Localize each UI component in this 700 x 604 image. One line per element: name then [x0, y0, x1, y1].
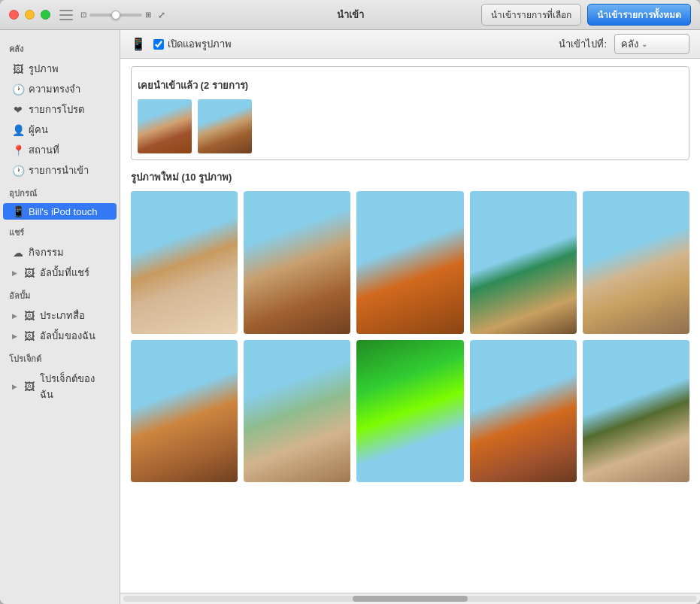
new-photo-1[interactable]: [131, 191, 238, 334]
my-projects-icon: 🖼: [23, 381, 35, 393]
horizontal-scrollbar[interactable]: [120, 593, 700, 604]
zoom-slider[interactable]: [89, 14, 142, 17]
shared-albums-icon: 🖼: [23, 267, 35, 279]
sidebar-item-favorites[interactable]: ❤ รายการโปรต: [3, 99, 117, 120]
zoom-small-icon: ⊡: [80, 11, 86, 19]
sidebar-item-imports[interactable]: 🕐 รายการนำเข้า: [3, 160, 117, 181]
titlebar-controls: ⊡ ⊞ ⤢: [59, 9, 168, 21]
shared-albums-arrow: ▶: [12, 269, 17, 277]
zoom-large-icon: ⊞: [145, 11, 151, 19]
new-photo-4[interactable]: [470, 191, 577, 334]
new-photo-7[interactable]: [244, 340, 350, 483]
sidebar-section-projects: โปรเจ็กต์: [0, 346, 120, 369]
sidebar-section-albums: อัลบั้ม: [0, 283, 120, 305]
sidebar-section-library: คลัง: [0, 36, 120, 59]
sidebar: คลัง 🖼 รูปภาพ 🕐 ความทรงจำ ❤ รายการโปรต 👤…: [0, 30, 120, 604]
new-photo-10[interactable]: [583, 340, 689, 483]
places-icon: 📍: [12, 144, 24, 156]
sidebar-label-ipod: Bill's iPod touch: [29, 206, 97, 217]
import-to-select[interactable]: คลัง ⌄: [614, 34, 689, 54]
main-content: คลัง 🖼 รูปภาพ 🕐 ความทรงจำ ❤ รายการโปรต 👤…: [0, 30, 700, 604]
sidebar-item-photos[interactable]: 🖼 รูปภาพ: [3, 59, 117, 79]
sidebar-label-shared-albums: อัลบั้มที่แชร์: [40, 265, 89, 281]
sidebar-toggle-button[interactable]: [59, 10, 73, 20]
sidebar-label-memories: ความทรงจำ: [29, 81, 80, 97]
sidebar-label-my-albums: อัลบั้มของฉัน: [40, 328, 95, 344]
sidebar-item-shared-albums[interactable]: ▶ 🖼 อัลบั้มที่แชร์: [3, 263, 117, 283]
already-imported-grid: [138, 99, 683, 153]
media-types-arrow: ▶: [12, 312, 17, 320]
new-photo-2[interactable]: [244, 191, 350, 334]
my-projects-arrow: ▶: [12, 383, 17, 390]
new-photo-3[interactable]: [356, 191, 463, 334]
sidebar-item-memories[interactable]: 🕐 ความทรงจำ: [3, 79, 117, 99]
sidebar-label-photos: รูปภาพ: [29, 61, 59, 77]
scrollbar-track: [123, 596, 697, 602]
traffic-lights: [9, 10, 50, 20]
import-to-label: นำเข้าไปที่:: [559, 36, 607, 52]
people-icon: 👤: [12, 124, 24, 136]
sidebar-label-people: ผู้คน: [29, 122, 48, 138]
favorites-icon: ❤: [12, 104, 24, 116]
new-photo-9[interactable]: [470, 340, 577, 483]
import-area: 📱 เปิดแอพรูปภาพ นำเข้าไปที่: คลัง ⌄ เคยน…: [120, 30, 700, 604]
import-selected-button[interactable]: นำเข้ารายการที่เลือก: [481, 4, 581, 26]
close-button[interactable]: [9, 10, 19, 20]
import-to-value: คลัง: [621, 36, 638, 52]
fullscreen-button[interactable]: ⤢: [156, 9, 168, 21]
my-albums-arrow: ▶: [12, 332, 17, 340]
import-all-button[interactable]: นำเข้ารายการทั้งหมด: [587, 4, 691, 26]
import-toolbar: 📱 เปิดแอพรูปภาพ นำเข้าไปที่: คลัง ⌄: [120, 30, 700, 59]
scrollbar-thumb[interactable]: [353, 596, 468, 602]
titlebar-actions: นำเข้ารายการที่เลือก นำเข้ารายการทั้งหมด: [481, 4, 691, 26]
sidebar-item-my-albums[interactable]: ▶ 🖼 อัลบั้มของฉัน: [3, 326, 117, 346]
open-app-checkbox-label[interactable]: เปิดแอพรูปภาพ: [153, 36, 232, 52]
photos-icon: 🖼: [12, 63, 24, 75]
sidebar-label-imports: รายการนำเข้า: [29, 162, 89, 178]
sidebar-section-devices: อุปกรณ์: [0, 181, 120, 203]
new-photos-header: รูปภาพใหม่ (10 รูปภาพ): [131, 169, 689, 185]
sidebar-item-ipod[interactable]: 📱 Bill's iPod touch: [3, 203, 117, 220]
sidebar-item-people[interactable]: 👤 ผู้คน: [3, 120, 117, 140]
open-app-label: เปิดแอพรูปภาพ: [168, 36, 232, 52]
activity-icon: ☁: [12, 247, 24, 259]
sidebar-label-places: สถานที่: [29, 142, 59, 158]
sidebar-item-places[interactable]: 📍 สถานที่: [3, 140, 117, 160]
sidebar-section-share: แชร์: [0, 220, 120, 242]
sidebar-item-my-projects[interactable]: ▶ 🖼 โปรเจ็กต์ของฉัน: [3, 369, 117, 405]
photos-scroll-area[interactable]: เคยนำเข้าแล้ว (2 รายการ) รูปภาพใหม่ (10 …: [120, 59, 700, 593]
my-albums-icon: 🖼: [23, 330, 35, 342]
new-photo-8[interactable]: [356, 340, 463, 483]
main-window: ⊡ ⊞ ⤢ นำเข้า นำเข้ารายการที่เลือก นำเข้า…: [0, 0, 700, 604]
sidebar-label-favorites: รายการโปรต: [29, 102, 84, 117]
already-imported-header: เคยนำเข้าแล้ว (2 รายการ): [138, 77, 683, 93]
sidebar-item-media-types[interactable]: ▶ 🖼 ประเภทสื่อ: [3, 305, 117, 326]
sidebar-item-activity[interactable]: ☁ กิจกรรม: [3, 242, 117, 263]
imports-icon: 🕐: [12, 165, 24, 177]
device-icon: 📱: [131, 37, 146, 51]
select-arrow-icon: ⌄: [641, 40, 647, 48]
ipod-icon: 📱: [12, 205, 24, 217]
sidebar-label-my-projects: โปรเจ็กต์ของฉัน: [40, 371, 108, 402]
sidebar-label-activity: กิจกรรม: [29, 244, 64, 260]
sidebar-label-media-types: ประเภทสื่อ: [40, 308, 85, 323]
already-imported-photo-2[interactable]: [198, 99, 252, 153]
open-app-checkbox[interactable]: [153, 39, 164, 50]
new-photo-6[interactable]: [131, 340, 238, 483]
already-imported-photo-1[interactable]: [138, 99, 192, 153]
already-imported-section: เคยนำเข้าแล้ว (2 รายการ): [131, 66, 689, 160]
maximize-button[interactable]: [41, 10, 50, 20]
zoom-slider-container: ⊡ ⊞: [80, 11, 151, 19]
media-types-icon: 🖼: [23, 310, 35, 322]
memories-icon: 🕐: [12, 83, 24, 96]
new-photos-grid: [131, 191, 689, 482]
titlebar: ⊡ ⊞ ⤢ นำเข้า นำเข้ารายการที่เลือก นำเข้า…: [0, 0, 700, 30]
minimize-button[interactable]: [25, 10, 35, 20]
window-title: นำเข้า: [337, 7, 364, 23]
new-photo-5[interactable]: [583, 191, 689, 334]
